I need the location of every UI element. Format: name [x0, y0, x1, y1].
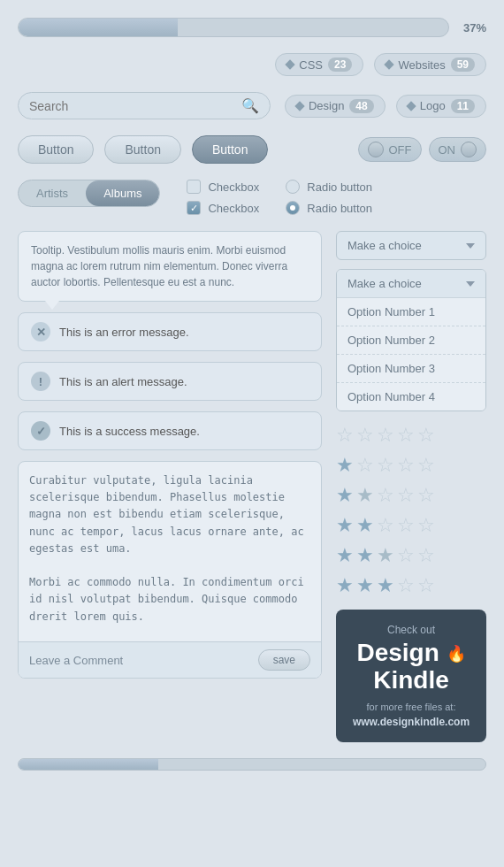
toggle-off[interactable]: OFF	[358, 137, 422, 162]
star-filled[interactable]: ★	[336, 484, 354, 507]
comment-box: Curabitur vulputate, ligula lacinia scel…	[18, 461, 322, 679]
comment-footer: Leave a Comment save	[19, 641, 321, 678]
error-text: This is an error message.	[59, 326, 189, 339]
stars-row-0: ☆ ☆ ☆ ☆ ☆	[336, 424, 486, 447]
tooltip-text: Tooltip. Vestibulum mollis mauris enim. …	[31, 244, 287, 288]
checkbox-1-label: Checkbox	[208, 180, 259, 194]
flame-icon: 🔥	[447, 646, 466, 664]
star[interactable]: ☆	[377, 454, 394, 477]
leave-comment-label: Leave a Comment	[29, 654, 123, 667]
toggle-off-knob	[368, 142, 384, 157]
stars-row-2: ★ ★ ☆ ☆ ☆	[336, 514, 486, 537]
dropdown-option-3[interactable]: Option Number 3	[337, 355, 485, 383]
alert-message: ! This is an alert message.	[18, 362, 322, 401]
dropdown-option-2[interactable]: Option Number 2	[337, 326, 485, 355]
comment-textarea[interactable]: Curabitur vulputate, ligula lacinia scel…	[19, 462, 321, 639]
star[interactable]: ☆	[377, 424, 394, 447]
stars-row-3: ★ ★ ★ ☆ ☆	[336, 574, 486, 597]
star-filled[interactable]: ★	[336, 544, 354, 567]
diamond-icon-3	[294, 101, 304, 111]
tag-design[interactable]: Design 48	[285, 95, 386, 118]
tag-logo-count: 11	[451, 99, 475, 113]
star[interactable]: ☆	[417, 424, 435, 447]
star[interactable]: ☆	[377, 514, 394, 537]
button-1[interactable]: Button	[18, 135, 94, 164]
star[interactable]: ☆	[397, 574, 415, 597]
star[interactable]: ☆	[417, 514, 435, 537]
star[interactable]: ☆	[417, 454, 435, 477]
checkbox-2[interactable]: ✓	[187, 201, 201, 215]
tag-logo-label: Logo	[420, 99, 446, 112]
star[interactable]: ☆	[397, 484, 415, 507]
radio-2-row: Radio button	[286, 201, 372, 215]
save-button[interactable]: save	[258, 649, 310, 671]
dropdown-arrow	[466, 243, 475, 249]
star[interactable]: ☆	[336, 424, 354, 447]
checkbox-1[interactable]	[187, 180, 201, 194]
search-input[interactable]	[29, 99, 234, 113]
banner-subtitle: for more free files at:	[350, 702, 472, 712]
star[interactable]: ☆	[377, 484, 394, 507]
alert-text: This is an alert message.	[59, 375, 187, 388]
dropdown-option-4[interactable]: Option Number 4	[337, 383, 485, 410]
search-icon-button[interactable]: 🔍	[241, 97, 259, 114]
banner-title-design: Design 🔥	[350, 640, 472, 667]
star[interactable]: ☆	[397, 514, 415, 537]
alert-icon: !	[31, 372, 50, 391]
banner-url: www.designkindle.com	[350, 716, 472, 728]
radios-col: Radio button Radio button	[286, 180, 372, 215]
toggle-on[interactable]: ON	[429, 137, 487, 162]
star[interactable]: ☆	[417, 544, 435, 567]
star-filled[interactable]: ★	[336, 514, 354, 537]
tag-design-count: 48	[349, 99, 373, 113]
tabs-check-row: Artists Albums Checkbox ✓ Checkbox Radio…	[18, 180, 486, 215]
tag-design-label: Design	[309, 99, 344, 112]
progress-bar	[18, 18, 449, 37]
tags-row-1: CSS 23 Websites 59	[18, 53, 486, 76]
design-kindle-banner: Check out Design 🔥 Kindle for more free …	[336, 610, 486, 742]
banner-checkout: Check out	[350, 624, 472, 636]
progress-label: 37%	[463, 21, 486, 35]
star-filled[interactable]: ★	[336, 454, 354, 477]
tab-group: Artists Albums	[18, 180, 160, 207]
button-3[interactable]: Button	[192, 135, 268, 164]
star[interactable]: ☆	[417, 484, 435, 507]
radio-1-label: Radio button	[307, 180, 372, 194]
left-column: Tooltip. Vestibulum mollis mauris enim. …	[18, 231, 322, 742]
toggle-on-knob	[461, 142, 477, 157]
star-filled[interactable]: ★	[377, 574, 394, 597]
dropdown-open-header[interactable]: Make a choice	[337, 270, 485, 298]
star[interactable]: ☆	[397, 544, 415, 567]
star[interactable]: ☆	[356, 454, 374, 477]
checkbox-2-row: ✓ Checkbox	[187, 201, 259, 215]
star-filled[interactable]: ★	[356, 514, 374, 537]
star-filled[interactable]: ★	[356, 574, 374, 597]
dropdown-open-label: Make a choice	[347, 277, 422, 290]
checkbox-1-row: Checkbox	[187, 180, 259, 194]
checkboxes-col: Checkbox ✓ Checkbox	[187, 180, 259, 215]
button-2[interactable]: Button	[104, 135, 180, 164]
tab-artists[interactable]: Artists	[19, 180, 86, 206]
star[interactable]: ☆	[397, 424, 415, 447]
dropdown-closed[interactable]: Make a choice	[336, 231, 486, 260]
dropdown-open-arrow	[466, 281, 475, 287]
star-half[interactable]: ★	[377, 544, 394, 567]
radio-1[interactable]	[286, 180, 300, 194]
star-filled[interactable]: ★	[356, 544, 374, 567]
tag-css[interactable]: CSS 23	[275, 53, 363, 76]
dropdown-option-1[interactable]: Option Number 1	[337, 298, 485, 326]
success-text: This is a success message.	[59, 425, 200, 438]
tag-logo[interactable]: Logo 11	[396, 95, 486, 118]
star[interactable]: ☆	[417, 574, 435, 597]
radio-1-row: Radio button	[286, 180, 372, 194]
bottom-progress-bar	[18, 758, 486, 771]
star[interactable]: ☆	[356, 424, 374, 447]
radio-2[interactable]	[286, 201, 300, 215]
star-half[interactable]: ★	[356, 484, 374, 507]
stars-row-2-5: ★ ★ ★ ☆ ☆	[336, 544, 486, 567]
star-filled[interactable]: ★	[336, 574, 354, 597]
star[interactable]: ☆	[397, 454, 415, 477]
tag-websites[interactable]: Websites 59	[374, 53, 486, 76]
dropdown-placeholder: Make a choice	[347, 239, 422, 252]
tab-albums[interactable]: Albums	[86, 180, 159, 206]
